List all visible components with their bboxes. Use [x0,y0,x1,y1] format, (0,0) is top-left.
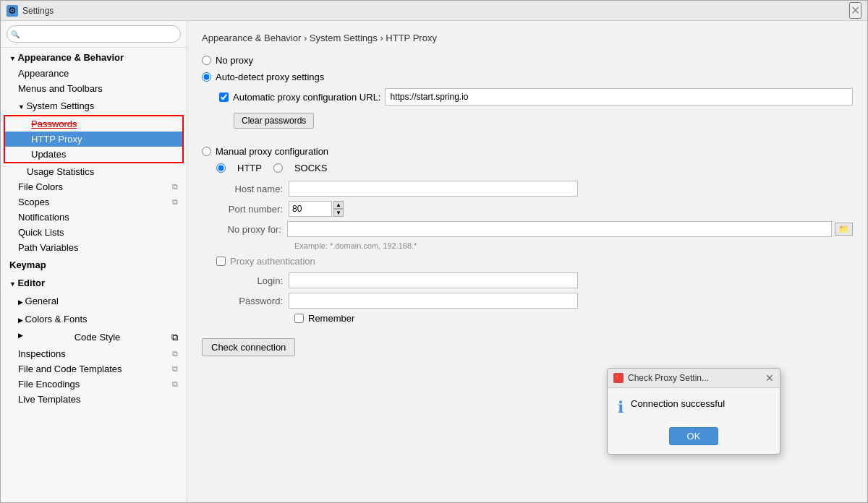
manual-proxy-row: Manual proxy configuration [202,146,853,157]
proxy-url-input[interactable] [385,88,853,106]
password-row: Password: [216,293,853,309]
hostname-input[interactable] [289,181,578,197]
title-bar-left: ⚙ Settings [7,5,54,17]
sidebar-item-scopes[interactable]: Scopes ⧉ [1,194,187,210]
port-row: Port number: ▲ ▼ [216,201,853,217]
auto-detect-label[interactable]: Auto-detect proxy settings [216,72,324,82]
sidebar-item-path-variables[interactable]: Path Variables [1,240,187,255]
no-proxy-for-row: No proxy for: 📁 [216,221,853,237]
clear-passwords-button[interactable]: Clear passwords [234,113,314,129]
socks-radio[interactable] [273,163,283,173]
sidebar-item-quick-lists[interactable]: Quick Lists [1,225,187,240]
code-style-ext-icon: ⧉ [171,332,178,343]
manual-proxy-radio[interactable] [202,147,211,156]
remember-label[interactable]: Remember [308,313,354,324]
file-colors-ext-icon: ⧉ [172,182,178,192]
clear-passwords-area: Clear passwords [219,113,853,137]
no-proxy-for-label: No proxy for: [216,224,287,235]
sidebar-item-menus-toolbars[interactable]: Menus and Toolbars [1,81,187,96]
http-socks-row: HTTP SOCKS [216,163,853,173]
scopes-ext-icon: ⧉ [172,197,178,207]
window-title: Settings [22,6,54,16]
port-spinner: ▲ ▼ [289,201,344,217]
auto-proxy-url-row: Automatic proxy configuration URL: [219,88,853,106]
sidebar-item-appearance[interactable]: Appearance [1,66,187,81]
sidebar-section-appearance-behavior: Appearance & Behavior Appearance Menus a… [1,48,187,255]
dialog-ok-button[interactable]: OK [669,427,719,445]
no-proxy-radio[interactable] [202,56,211,65]
sidebar-group-code-style[interactable]: Code Style ⧉ [1,327,187,346]
sidebar-item-passwords[interactable]: Passwords [5,116,182,132]
login-row: Login: [216,272,853,288]
no-proxy-label[interactable]: No proxy [216,55,253,66]
settings-icon: ⚙ [7,5,18,17]
proxy-auth-checkbox[interactable] [216,257,226,266]
http-label[interactable]: HTTP [237,163,262,173]
socks-label[interactable]: SOCKS [294,163,328,173]
sidebar: Appearance & Behavior Appearance Menus a… [1,21,187,502]
dialog-title: 🔴 Check Proxy Settin... [613,373,709,383]
settings-window: ⚙ Settings ✕ Appearance & Behavior Appea… [0,0,868,503]
auto-proxy-url-label[interactable]: Automatic proxy configuration URL: [233,92,380,103]
sidebar-item-usage-statistics[interactable]: Usage Statistics [1,164,187,179]
no-proxy-row: No proxy [202,55,853,66]
main-panel: Appearance & Behavior › System Settings … [187,21,867,502]
title-bar: ⚙ Settings ✕ [1,1,867,21]
port-input[interactable] [289,201,332,217]
example-text: Example: *.domain.com, 192.168.* [294,241,853,250]
password-input[interactable] [289,293,578,309]
proxy-auth-row: Proxy authentication [216,256,853,267]
dialog-message: Connection successful [631,398,725,409]
port-up-arrow[interactable]: ▲ [333,201,344,209]
manual-proxy-label[interactable]: Manual proxy configuration [216,146,328,157]
sidebar-item-http-proxy[interactable]: HTTP Proxy [5,132,182,147]
hostname-row: Host name: [216,181,853,197]
inspections-ext-icon: ⧉ [172,349,178,358]
sidebar-group-system-settings[interactable]: System Settings [1,96,187,114]
file-code-templates-ext-icon: ⧉ [172,364,178,374]
password-label: Password: [216,296,289,306]
sidebar-group-keymap[interactable]: Keymap [1,255,187,273]
proxy-auth-label[interactable]: Proxy authentication [230,256,315,267]
sidebar-item-live-templates[interactable]: Live Templates [1,392,187,407]
sidebar-item-updates[interactable]: Updates [5,147,182,162]
sidebar-item-inspections[interactable]: Inspections ⧉ [1,346,187,361]
search-wrap [7,25,181,43]
remember-checkbox[interactable] [294,314,304,323]
breadcrumb: Appearance & Behavior › System Settings … [202,33,853,43]
sidebar-group-appearance-behavior[interactable]: Appearance & Behavior [1,48,187,66]
dialog-title-bar: 🔴 Check Proxy Settin... ✕ [608,369,780,388]
auto-proxy-url-checkbox[interactable] [219,93,229,102]
no-proxy-for-input[interactable] [287,221,832,237]
dialog-close-button[interactable]: ✕ [765,372,774,384]
sidebar-item-file-code-templates[interactable]: File and Code Templates ⧉ [1,361,187,377]
check-proxy-dialog: 🔴 Check Proxy Settin... ✕ ℹ Connection s… [607,368,780,455]
login-input[interactable] [289,272,578,288]
auto-detect-row: Auto-detect proxy settings [202,72,853,82]
http-radio[interactable] [216,163,226,173]
hostname-label: Host name: [216,184,289,194]
dialog-title-text: Check Proxy Settin... [628,373,709,383]
sidebar-item-notifications[interactable]: Notifications [1,210,187,225]
sidebar-group-editor[interactable]: Editor [1,273,187,291]
sidebar-section-editor: Editor General Colors & Fonts Code Style… [1,273,187,407]
dialog-body: ℹ Connection successful [608,388,780,424]
search-input[interactable] [7,25,181,43]
check-connection-button[interactable]: Check connection [202,338,295,356]
sidebar-item-file-encodings[interactable]: File Encodings ⧉ [1,377,187,392]
sidebar-group-colors-fonts[interactable]: Colors & Fonts [1,309,187,327]
window-close-button[interactable]: ✕ [849,2,861,19]
dialog-info-icon: ℹ [618,398,624,417]
sidebar-group-general[interactable]: General [1,291,187,309]
sidebar-item-file-colors[interactable]: File Colors ⧉ [1,179,187,194]
port-down-arrow[interactable]: ▼ [333,209,344,217]
port-label: Port number: [216,204,289,215]
port-arrows: ▲ ▼ [333,201,344,217]
auto-detect-radio[interactable] [202,72,211,82]
search-box [1,21,187,48]
dialog-footer: OK [608,424,780,454]
dialog-title-icon: 🔴 [613,373,624,383]
login-label: Login: [216,275,289,286]
remember-row: Remember [294,313,853,324]
no-proxy-folder-button[interactable]: 📁 [835,223,853,236]
